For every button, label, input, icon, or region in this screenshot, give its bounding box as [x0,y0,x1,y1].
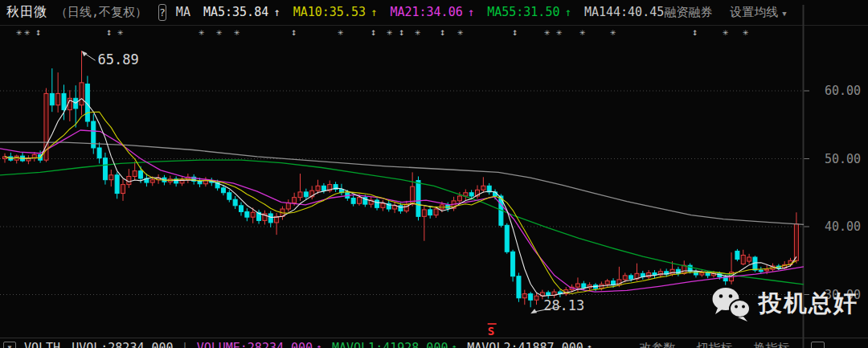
high-annotation: 65.89 [98,51,139,68]
separator: | [182,342,189,348]
up-arrow-icon: ↑ [587,342,593,348]
up-arrow-icon: ↑ [451,342,457,348]
expand-pane-icon[interactable] [811,342,825,348]
ma10-line [5,112,796,293]
ma5-line [5,99,796,297]
change-params-button[interactable]: 改参数 [640,342,676,348]
y-axis-label: 30.00 [825,288,861,302]
y-axis-label: 60.00 [825,84,861,98]
pane-toggle-button[interactable]: ▼ [3,342,16,348]
mavol2-value: MAVOL2:41887.000 [467,342,583,348]
volume-indicator-name: VOLTH [24,342,60,348]
ma55-line [0,160,804,285]
volume-value: VOLUME:28234.000 [197,342,313,348]
volume-pane-header: ▼ VOLTH UVOL:28234.000 | VOLUME:28234.00… [0,338,868,348]
edit-indicator-button[interactable]: 切指标 [697,342,733,348]
low-annotation: 28.13 [543,297,584,313]
ex-rights-marker[interactable]: S [488,325,494,338]
annotations: 65.8928.13S [82,51,585,338]
candles [3,51,799,307]
up-arrow-icon: ↑ [316,342,322,348]
y-axis-label: 50.00 [825,152,861,166]
mavol1-value: MAVOL1:41928.000 [332,342,448,348]
uvol-value: UVOL:28234.000 [72,342,173,348]
ma144-line [0,142,804,224]
y-axis-label: 40.00 [825,219,861,234]
candlestick-chart[interactable]: 60.0050.0040.0030.0065.8928.13S [0,0,868,348]
switch-indicator-button[interactable]: 换指标 [754,342,790,348]
